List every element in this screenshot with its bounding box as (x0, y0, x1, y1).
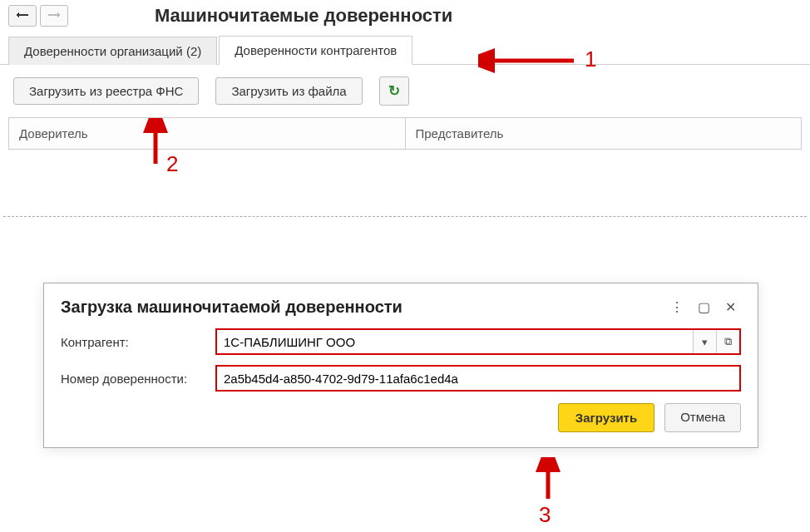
tab-contractors[interactable]: Доверенности контрагентов (219, 36, 412, 65)
poa-number-input[interactable] (217, 367, 739, 390)
nav-forward-button: 🠖 (40, 5, 68, 27)
poa-number-field-wrap (215, 365, 741, 392)
contragent-label: Контрагент: (61, 335, 215, 349)
dialog-title: Загрузка машиночитаемой доверенности (61, 298, 661, 317)
load-file-button[interactable]: Загрузить из файла (215, 77, 362, 105)
poa-number-label: Номер доверенности: (61, 372, 215, 386)
tab-organizations[interactable]: Доверенности организаций (2) (8, 37, 217, 65)
more-actions-icon[interactable]: ⋮ (666, 297, 688, 317)
dropdown-icon[interactable]: ▾ (693, 330, 716, 353)
page-title: Машиночитаемые доверенности (155, 5, 452, 27)
close-icon[interactable]: ✕ (719, 297, 741, 317)
load-poa-dialog: Загрузка машиночитаемой доверенности ⋮ ▢… (43, 283, 758, 448)
toolbar: Загрузить из реестра ФНС Загрузить из фа… (0, 65, 810, 117)
maximize-icon[interactable]: ▢ (693, 297, 714, 317)
contragent-input[interactable] (217, 330, 693, 353)
load-fns-button[interactable]: Загрузить из реестра ФНС (13, 77, 199, 105)
topbar: 🠔 🠖 Машиночитаемые доверенности (0, 0, 810, 30)
submit-button[interactable]: Загрузить (558, 403, 654, 432)
annotation-label-2: 2 (166, 151, 178, 177)
separator (3, 216, 807, 217)
refresh-icon: ↻ (388, 83, 400, 99)
column-representative: Представитель (405, 118, 802, 149)
nav-back-button[interactable]: 🠔 (8, 5, 37, 27)
annotation-arrow-3 (534, 457, 562, 504)
tabs: Доверенности организаций (2) Доверенност… (0, 35, 810, 65)
table-header: Доверитель Представитель (8, 117, 802, 150)
column-principal: Доверитель (9, 118, 405, 149)
contragent-field-wrap: ▾ ⧉ (215, 328, 741, 355)
cancel-button[interactable]: Отмена (664, 403, 741, 432)
refresh-button[interactable]: ↻ (379, 76, 409, 106)
annotation-label-1: 1 (585, 47, 596, 72)
annotation-label-3: 3 (539, 502, 551, 528)
open-reference-icon[interactable]: ⧉ (716, 330, 739, 353)
